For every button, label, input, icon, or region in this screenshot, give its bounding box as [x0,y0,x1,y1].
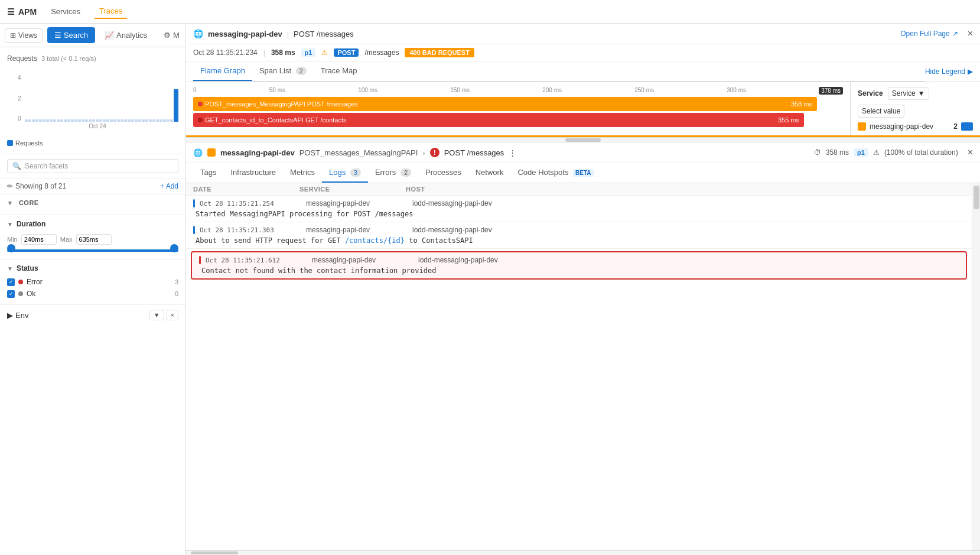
duration-max-input[interactable] [76,234,112,245]
open-full-page-button[interactable]: Open Full Page ↗ [900,30,958,38]
external-link-icon: ↗ [952,30,958,38]
span-tab-metrics[interactable]: Metrics [283,163,322,183]
dropdown-chevron-icon: ▼ [918,89,925,98]
log-message-3: Contact not found with the contact infor… [199,267,959,275]
warn-icon: ⚠ [321,48,328,57]
tab-search[interactable]: ☰ Search [47,27,95,43]
core-header[interactable]: ▼ CORE [7,199,178,206]
span-tab-infrastructure[interactable]: Infrastructure [223,163,283,183]
span-tab-logs[interactable]: Logs 3 [322,163,368,183]
search-facets-input[interactable]: 🔍 Search facets [7,159,178,173]
flame-bar-1[interactable]: POST_messages_MessagingPAPI POST /messag… [193,97,843,111]
duration-header[interactable]: ▼ Duration [7,220,178,228]
flame-bar-2[interactable]: GET_contacts_id_to_ContactsAPI GET /cont… [193,113,843,127]
legend-count-bar [961,122,973,131]
views-button[interactable]: ⊞ Views [5,28,43,43]
showing-label: Showing 8 of 21 [15,182,66,190]
logs-table-header: DATE SERVICE HOST [186,183,972,196]
log-entry-1: Oct 28 11:35:21.254 messaging-papi-dev i… [186,196,972,222]
chart-x-label: Oct 24 [7,123,178,129]
log-entry-2: Oct 28 11:35:21.303 messaging-papi-dev i… [186,222,972,249]
tab-flame-graph[interactable]: Flame Graph [193,61,252,81]
m-tab-icon: ⚙ [164,31,171,40]
requests-label: Requests 3 total (< 0.1 req/s) [7,54,178,63]
span-tab-processes[interactable]: Processes [418,163,468,183]
tab-m[interactable]: ⚙ M [157,27,186,43]
service-value-dropdown[interactable]: Select value [858,105,904,118]
env-filter-btn[interactable]: ▼ [149,310,164,320]
nav-traces[interactable]: Traces [95,4,127,19]
hide-legend-button[interactable]: Hide Legend ▶ [925,67,973,76]
total-duration-pct: (100% of total duration) [884,148,958,157]
duration-min-input[interactable] [21,234,57,245]
add-button[interactable]: + Add [160,182,178,190]
env-label: Env [15,311,28,320]
span-tabs: Tags Infrastructure Metrics Logs 3 Error… [186,163,980,183]
span-operation: POST_messages_MessagingPAPI [299,148,418,157]
requests-section: Requests 3 total (< 0.1 req/s) 4 2 0 [0,47,185,154]
showing-row: ✏ Showing 8 of 21 + Add [0,178,185,194]
legend-label: Requests [15,139,43,147]
tab-trace-map[interactable]: Trace Map [314,61,364,81]
clock-icon: ⏱ [814,148,821,157]
duration-label: Duration [17,220,45,228]
env-filter-buttons: ▼ × [149,310,178,320]
search-tab-label: Search [64,31,88,40]
log-message-2: About to send HTTP request for GET /cont… [193,236,965,245]
tab-analytics[interactable]: 📈 Analytics [97,27,154,43]
ok-dot-icon [18,291,23,296]
core-chevron-icon: ▼ [7,200,13,206]
error-indicator-icon [198,102,203,106]
legend-count: 2 [953,122,958,131]
hide-legend-icon: ▶ [968,67,973,76]
brand-name: APM [18,7,37,17]
error-count: 3 [175,278,178,285]
trace-tabs: Flame Graph Span List 2 Trace Map [193,61,925,82]
horizontal-scrollbar[interactable] [186,137,980,142]
service-dropdown[interactable]: Service ▼ [888,87,929,100]
search-tab-icon: ☰ [54,31,61,40]
flame-graph-area: 0 50 ms 100 ms 150 ms 200 ms 250 ms 300 … [186,82,980,135]
requests-chart: 4 2 0 [7,66,178,137]
p1-badge: p1 [301,48,316,57]
span-tab-codehotspots[interactable]: Code Hotspots BETA [510,163,600,183]
span-close-button[interactable]: × [968,147,973,158]
legend-panel: Service Service ▼ Select value messaging… [850,82,980,135]
ok-checkbox[interactable]: ✓ [7,290,15,298]
span-globe-icon: 🌐 [193,148,203,157]
logs-h-scrollbar[interactable] [186,550,980,555]
legend-service-name: messaging-papi-dev [870,122,933,131]
core-facet-group: ▼ CORE [0,194,185,215]
vertical-scrollbar[interactable] [972,183,980,550]
span-tab-network[interactable]: Network [468,163,511,183]
log-bar-3 [199,256,201,264]
span-error-icon: ! [430,148,439,157]
nav-services[interactable]: Services [46,5,85,18]
span-tab-tags[interactable]: Tags [193,163,223,183]
span-header: 🌐 messaging-papi-dev POST_messages_Messa… [186,142,980,163]
tab-span-list[interactable]: Span List 2 [252,61,314,81]
log-message-1: Started MessagingPAPI processing for POS… [193,210,965,218]
log-link[interactable]: /contacts/{id} [345,236,405,245]
span-meta: ⏱ 358 ms p1 ⚠ (100% of total duration) [814,148,958,157]
trace-close-button[interactable]: × [968,28,973,39]
trace-panel: 🌐 messaging-papi-dev | POST /messages Op… [186,24,980,137]
pencil-icon: ✏ [7,182,13,190]
trace-tabs-row: Flame Graph Span List 2 Trace Map Hide L… [186,61,980,82]
error-checkbox[interactable]: ✓ [7,278,15,286]
env-clear-btn[interactable]: × [167,310,178,320]
search-icon: 🔍 [12,162,21,170]
status-ok-item: ✓ Ok 0 [7,288,178,300]
top-nav: ☰ APM Services Traces [0,0,980,24]
log-entry-3-error: Oct 28 11:35:21.612 messaging-papi-dev i… [191,251,967,280]
span-color-dot [207,148,216,157]
flame-graph-content: 0 50 ms 100 ms 150 ms 200 ms 250 ms 300 … [186,82,850,135]
span-more-button[interactable]: ⋮ [509,148,516,157]
status-error-label: Error [27,278,43,286]
status-ok-label: Ok [27,290,35,298]
span-warn-icon: ⚠ [873,148,880,157]
status-chevron-icon: ▼ [7,265,13,272]
status-header[interactable]: ▼ Status [7,264,178,272]
span-tab-errors[interactable]: Errors 2 [368,163,418,183]
env-toggle[interactable]: ▶ Env [7,311,28,320]
